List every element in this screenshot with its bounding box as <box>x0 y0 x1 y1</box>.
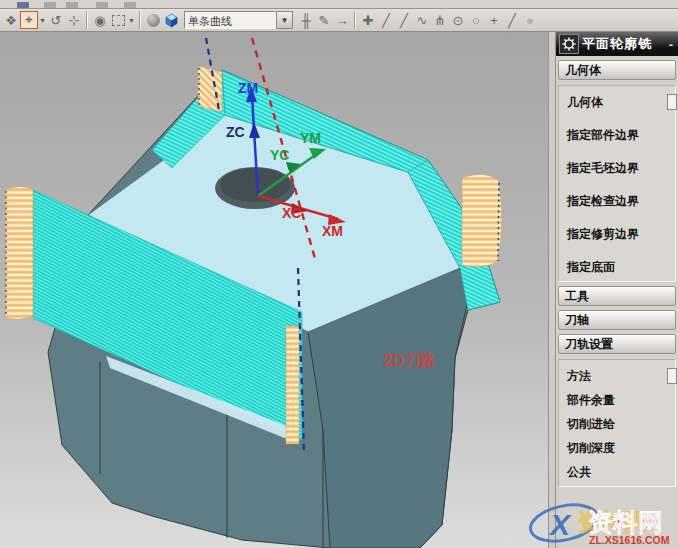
snap-line-icon[interactable]: ╱ <box>503 11 521 29</box>
graphics-viewport[interactable]: ZM ZC YM YC XC XM 2D刀路 <box>0 32 548 548</box>
section-tool-axis[interactable]: 刀轴 <box>558 310 676 330</box>
partial-icon <box>44 2 56 8</box>
boundary-right-coil-dashes <box>498 183 499 261</box>
curve-rule-value[interactable]: 单条曲线 <box>184 11 276 29</box>
partial-icon <box>66 2 78 8</box>
row-cut-feed[interactable]: 切削进给 <box>567 414 675 434</box>
row-cut-depth[interactable]: 切削深度 <box>567 438 675 458</box>
dialog-title: 平面轮廓铣 <box>582 35 664 53</box>
row-specify-floor[interactable]: 指定底面 <box>567 257 675 277</box>
snap-point-tool-icon[interactable]: ⌖ <box>20 11 38 29</box>
snap-blob-icon[interactable]: ● <box>521 11 539 29</box>
cube-glyph <box>164 13 179 28</box>
xm-axis-label: XM <box>322 223 343 239</box>
sphere-glyph <box>147 14 160 27</box>
row-common[interactable]: 公共 <box>567 462 675 482</box>
hexagon-point-icon[interactable]: ◉ <box>91 11 109 29</box>
partial-icon <box>124 2 136 8</box>
nx-cam-window: { "toolbar": { "combo_value": "单条曲线", "i… <box>0 0 678 548</box>
apply-arrow-icon[interactable]: → <box>333 11 351 29</box>
section-path-settings[interactable]: 刀轨设置 <box>558 334 676 354</box>
model-hole-shadow <box>220 168 290 202</box>
snap-spline-icon[interactable]: ∿ <box>413 11 431 29</box>
geometry-dropdown-stub[interactable] <box>667 94 677 110</box>
snap-move-icon[interactable]: ✚ <box>359 11 377 29</box>
selection-filter-icon[interactable]: ❖ <box>2 11 20 29</box>
rect-select-caret-icon[interactable]: ▾ <box>127 16 136 25</box>
dialog-title-bar[interactable]: 平面轮廓铣 - <box>556 32 678 56</box>
row-specify-part-boundary[interactable]: 指定部件边界 <box>567 125 675 145</box>
planar-profile-mill-dialog: 平面轮廓铣 - 几何体 几何体 指定部件边界 指定毛坯边界 指定检查边界 指定修… <box>556 32 678 548</box>
snap-endpoint-icon[interactable]: ╱ <box>377 11 395 29</box>
rect-select-icon[interactable] <box>109 11 127 29</box>
partial-icon <box>17 2 29 8</box>
zc-axis-label: ZC <box>226 124 245 140</box>
boundary-right-coil <box>462 174 502 266</box>
boundary-front-strip <box>286 326 299 444</box>
site-watermark: X 资料网 资料网 ZL.XS1616.COM <box>526 497 678 547</box>
snap-circle-icon[interactable]: ○ <box>467 11 485 29</box>
edit-tool-icon[interactable]: ✎ <box>315 11 333 29</box>
toolbar-separator <box>139 11 141 29</box>
snap-constructor-icon[interactable]: ⊹ <box>65 11 83 29</box>
gear-icon[interactable] <box>559 34 579 54</box>
toolbar-separator <box>86 11 88 29</box>
main-toolbar: ❖ ⌖ ▾ ↺ ⊹ ◉ ▾ 单条曲线 ▼ ╫ ✎ → ✚ ╱ ╱ ∿ ⋔ ⊙ ○… <box>0 9 678 32</box>
combo-dropdown-button[interactable]: ▼ <box>276 11 293 29</box>
dialog-minimize-button[interactable]: - <box>664 37 678 52</box>
snap-plus-icon[interactable]: + <box>485 11 503 29</box>
geometry-group: 几何体 指定部件边界 指定毛坯边界 指定检查边界 指定修剪边界 指定底面 <box>558 85 676 282</box>
snap-midpoint-icon[interactable]: ╱ <box>395 11 413 29</box>
watermark-site-text: 资料网 <box>588 508 663 536</box>
model-scene: ZM ZC YM YC XC XM 2D刀路 <box>0 32 548 548</box>
row-specify-blank-boundary[interactable]: 指定毛坯边界 <box>567 158 675 178</box>
toolbar-row-partial <box>0 0 678 9</box>
section-tool[interactable]: 工具 <box>558 286 676 306</box>
shaded-view-icon[interactable] <box>144 11 162 29</box>
fence-icon[interactable]: ╫ <box>297 11 315 29</box>
zm-axis-label: ZM <box>238 80 258 96</box>
snap-intersection-icon[interactable]: ⋔ <box>431 11 449 29</box>
toolbar-separator <box>354 11 356 29</box>
rect-select-glyph <box>112 15 125 26</box>
row-specify-check-boundary[interactable]: 指定检查边界 <box>567 191 675 211</box>
row-method[interactable]: 方法 <box>567 366 675 386</box>
xc-axis-label: XC <box>282 205 301 221</box>
watermark-x-mark: X <box>548 508 572 541</box>
ym-axis-label: YM <box>300 130 321 146</box>
section-geometry[interactable]: 几何体 <box>558 60 676 80</box>
curve-rule-combobox[interactable]: 单条曲线 ▼ <box>184 11 293 29</box>
method-dropdown-stub[interactable] <box>667 368 677 384</box>
row-part-stock[interactable]: 部件余量 <box>567 390 675 410</box>
isometric-cube-icon[interactable] <box>162 11 180 29</box>
watermark-url-text: ZL.XS1616.COM <box>589 534 670 546</box>
yc-axis-label: YC <box>270 147 289 163</box>
partial-icon <box>96 2 108 8</box>
dropdown-caret-icon[interactable]: ▾ <box>38 16 47 25</box>
row-geometry[interactable]: 几何体 <box>567 92 675 112</box>
panel-divider[interactable] <box>548 32 556 548</box>
toolpath-annotation: 2D刀路 <box>383 351 435 369</box>
row-method-label: 方法 <box>567 369 591 383</box>
boundary-left-coil <box>5 187 33 320</box>
snap-center-icon[interactable]: ⊙ <box>449 11 467 29</box>
row-specify-trim-boundary[interactable]: 指定修剪边界 <box>567 224 675 244</box>
row-geometry-label: 几何体 <box>567 95 603 109</box>
path-settings-group: 方法 部件余量 切削进给 切削深度 公共 <box>558 359 676 487</box>
rotate-csys-icon[interactable]: ↺ <box>47 11 65 29</box>
